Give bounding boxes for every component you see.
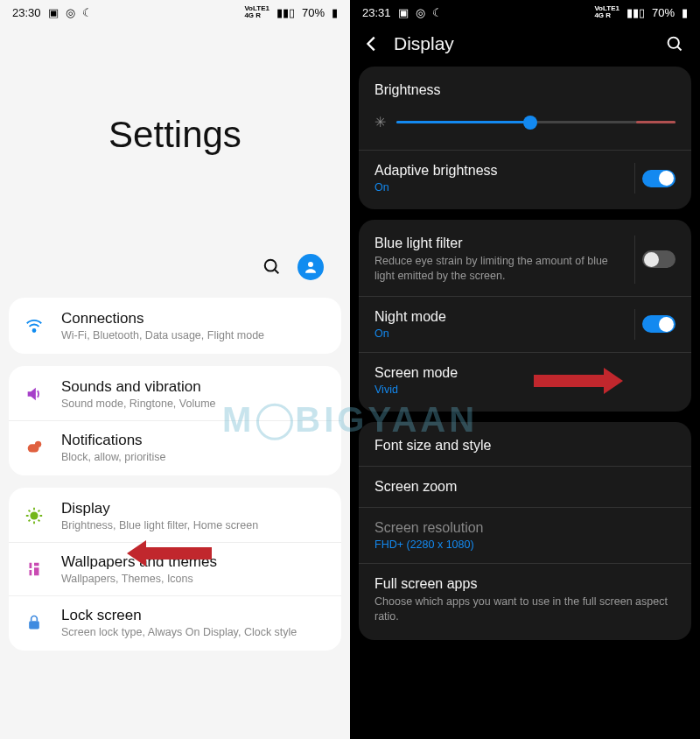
settings-group: Sounds and vibration Sound mode, Rington… xyxy=(9,366,341,475)
svg-point-5 xyxy=(35,441,41,447)
blue-light-toggle[interactable] xyxy=(642,250,676,268)
adaptive-brightness-toggle[interactable] xyxy=(642,170,676,187)
item-subtitle: Choose which apps you want to use in the… xyxy=(374,595,676,624)
item-subtitle: Block, allow, prioritise xyxy=(61,451,166,463)
item-title: Screen resolution xyxy=(374,520,676,536)
battery-pct: 70% xyxy=(302,6,325,19)
svg-line-11 xyxy=(29,510,31,512)
night-mode-toggle[interactable] xyxy=(642,315,676,333)
item-title: Wallpapers and themes xyxy=(61,553,217,571)
svg-line-17 xyxy=(677,46,681,50)
lock-icon xyxy=(23,614,46,631)
item-title: Display xyxy=(61,500,258,517)
sun-low-icon: ✳ xyxy=(374,114,386,130)
volte-indicator: VoLTE14G R xyxy=(594,5,620,19)
page-title: Display xyxy=(394,33,654,54)
moon-icon: ☾ xyxy=(82,6,93,19)
settings-item-sounds[interactable]: Sounds and vibration Sound mode, Rington… xyxy=(9,368,341,420)
volte-indicator: VoLTE14G R xyxy=(244,5,270,19)
display-item-night-mode[interactable]: Night mode On xyxy=(359,296,691,352)
wifi-icon xyxy=(23,316,46,335)
settings-group: Connections Wi-Fi, Bluetooth, Data usage… xyxy=(9,298,341,354)
screenshot-icon: ▣ xyxy=(398,6,409,19)
display-item-zoom[interactable]: Screen zoom xyxy=(359,466,691,507)
display-header: Display xyxy=(350,21,700,67)
item-title: Connections xyxy=(61,310,264,327)
item-status: FHD+ (2280 x 1080) xyxy=(374,538,676,551)
item-title: Font size and style xyxy=(374,438,676,454)
settings-screen: 23:30 ▣ ◎ ☾ VoLTE14G R ▮▮▯ 70% ▮ Setting… xyxy=(0,0,350,739)
svg-point-0 xyxy=(265,260,276,271)
item-title: Screen zoom xyxy=(374,479,676,495)
notification-icon xyxy=(23,438,46,457)
svg-line-14 xyxy=(38,510,40,512)
battery-icon: ▮ xyxy=(332,6,338,19)
item-subtitle: Wi-Fi, Bluetooth, Data usage, Flight mod… xyxy=(61,329,264,341)
settings-group: Display Brightness, Blue light filter, H… xyxy=(9,488,341,651)
brightness-row: Brightness ✳ xyxy=(359,70,691,150)
search-button[interactable] xyxy=(262,257,282,277)
search-icon xyxy=(666,35,684,53)
display-modes-card: Blue light filter Reduce eye strain by l… xyxy=(359,220,691,412)
svg-point-2 xyxy=(308,262,313,267)
svg-point-6 xyxy=(30,511,38,519)
item-subtitle: Wallpapers, Themes, Icons xyxy=(61,573,217,585)
item-title: Night mode xyxy=(374,309,676,325)
instagram-icon: ◎ xyxy=(66,6,75,19)
display-item-font[interactable]: Font size and style xyxy=(359,426,691,466)
item-status: Vivid xyxy=(374,384,676,396)
svg-line-12 xyxy=(38,520,40,522)
svg-rect-15 xyxy=(29,621,39,629)
page-title: Settings xyxy=(108,114,242,156)
status-bar: 23:31 ▣ ◎ ☾ VoLTE14G R ▮▮▯ 70% ▮ xyxy=(350,0,700,21)
status-bar: 23:30 ▣ ◎ ☾ VoLTE14G R ▮▮▯ 70% ▮ xyxy=(0,0,350,21)
back-button[interactable] xyxy=(362,34,382,53)
item-status: On xyxy=(374,181,676,194)
item-title: Sounds and vibration xyxy=(61,378,216,396)
profile-button[interactable] xyxy=(298,254,324,280)
display-item-full-screen-apps[interactable]: Full screen apps Choose which apps you w… xyxy=(359,563,691,637)
avatar-icon xyxy=(303,259,318,275)
status-time: 23:31 xyxy=(362,6,391,19)
display-item-screen-mode[interactable]: Screen mode Vivid xyxy=(359,352,691,408)
battery-icon: ▮ xyxy=(682,6,688,19)
signal-icon: ▮▮▯ xyxy=(626,6,645,19)
brightness-card: Brightness ✳ Adaptive brightness On xyxy=(359,67,691,209)
svg-point-16 xyxy=(668,37,679,47)
display-item-blue-light-filter[interactable]: Blue light filter Reduce eye strain by l… xyxy=(359,223,691,296)
item-status: On xyxy=(374,327,676,340)
search-icon xyxy=(262,257,282,277)
display-item-adaptive-brightness[interactable]: Adaptive brightness On xyxy=(359,150,691,206)
battery-pct: 70% xyxy=(652,6,675,19)
item-title: Notifications xyxy=(61,432,166,449)
wallpaper-icon xyxy=(23,560,46,579)
item-title: Blue light filter xyxy=(374,236,676,251)
svg-line-1 xyxy=(275,270,279,274)
status-time: 23:30 xyxy=(12,6,41,19)
display-layout-card: Font size and style Screen zoom Screen r… xyxy=(359,422,691,640)
settings-item-display[interactable]: Display Brightness, Blue light filter, H… xyxy=(9,489,341,542)
display-icon xyxy=(23,506,46,525)
item-title: Adaptive brightness xyxy=(374,163,676,179)
settings-item-wallpapers[interactable]: Wallpapers and themes Wallpapers, Themes… xyxy=(9,542,341,595)
item-subtitle: Sound mode, Ringtone, Volume xyxy=(61,398,216,410)
settings-hero: Settings xyxy=(0,21,350,249)
search-button[interactable] xyxy=(666,35,684,53)
signal-icon: ▮▮▯ xyxy=(276,6,295,19)
item-title: Screen mode xyxy=(374,365,676,381)
item-title: Brightness xyxy=(374,82,676,98)
display-item-resolution[interactable]: Screen resolution FHD+ (2280 x 1080) xyxy=(359,507,691,563)
moon-icon: ☾ xyxy=(432,6,443,19)
display-settings-screen: 23:31 ▣ ◎ ☾ VoLTE14G R ▮▮▯ 70% ▮ Display… xyxy=(350,0,700,739)
settings-item-lockscreen[interactable]: Lock screen Screen lock type, Always On … xyxy=(9,595,341,649)
instagram-icon: ◎ xyxy=(416,6,425,19)
item-subtitle: Reduce eye strain by limiting the amount… xyxy=(374,254,676,284)
chevron-left-icon xyxy=(362,34,382,53)
svg-line-13 xyxy=(29,520,31,522)
settings-item-notifications[interactable]: Notifications Block, allow, prioritise xyxy=(9,420,341,474)
svg-point-3 xyxy=(33,329,36,332)
settings-item-connections[interactable]: Connections Wi-Fi, Bluetooth, Data usage… xyxy=(9,299,341,352)
screenshot-icon: ▣ xyxy=(48,6,59,19)
brightness-slider[interactable] xyxy=(396,121,676,123)
sound-icon xyxy=(23,384,46,404)
